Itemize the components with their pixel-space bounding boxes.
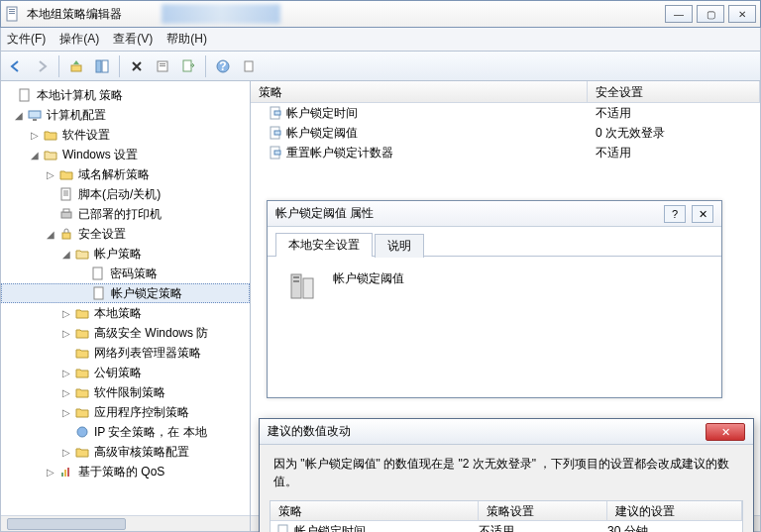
expander-icon[interactable]: ▷	[60, 447, 72, 458]
expander-icon[interactable]: ▷	[60, 308, 72, 319]
expander-icon[interactable]: ◢	[13, 110, 25, 121]
tree-netlist[interactable]: 网络列表管理器策略	[92, 345, 203, 362]
tree-winset[interactable]: Windows 设置	[60, 147, 140, 163]
security-icon	[58, 226, 74, 242]
tab-description[interactable]: 说明	[375, 234, 424, 258]
tree-security[interactable]: 安全设置	[76, 226, 128, 243]
col-setting[interactable]: 策略设置	[479, 501, 607, 520]
suggested-titlebar[interactable]: 建议的数值改动 ✕	[260, 419, 753, 445]
expander-icon[interactable]: ▷	[45, 169, 56, 180]
svg-rect-32	[274, 151, 280, 155]
folder-icon	[58, 166, 74, 182]
col-policy[interactable]: 策略	[271, 501, 479, 520]
folder-icon	[74, 345, 90, 361]
folder-icon	[43, 127, 58, 143]
app-icon	[5, 6, 21, 22]
tree-qos[interactable]: 基于策略的 QoS	[76, 464, 166, 480]
help-button[interactable]: ?	[212, 55, 234, 77]
suggested-list-header: 策略 策略设置 建议的设置	[271, 501, 742, 521]
refresh-button[interactable]	[238, 55, 260, 77]
svg-rect-18	[61, 212, 71, 218]
svg-rect-25	[64, 470, 66, 477]
expander-icon[interactable]: ▷	[60, 407, 72, 418]
tree-account[interactable]: 帐户策略	[92, 246, 144, 263]
tree-dns[interactable]: 域名解析策略	[76, 166, 152, 183]
tree-wfas[interactable]: 高级安全 Windows 防	[92, 325, 210, 342]
tree-softrest[interactable]: 软件限制策略	[92, 384, 167, 401]
close-button[interactable]: ✕	[706, 423, 745, 441]
svg-rect-5	[96, 60, 101, 72]
menu-action[interactable]: 操作(A)	[59, 31, 99, 48]
server-icon	[285, 270, 317, 302]
svg-rect-24	[61, 473, 63, 477]
tree-ipsec[interactable]: IP 安全策略，在 本地	[92, 424, 209, 441]
tree-soft[interactable]: 软件设置	[60, 127, 112, 144]
expander-icon[interactable]: ▷	[29, 130, 41, 141]
maximize-button[interactable]: ▢	[697, 5, 724, 23]
tree-lockout[interactable]: 帐户锁定策略	[109, 285, 184, 302]
svg-rect-21	[93, 267, 102, 279]
help-button[interactable]: ?	[664, 205, 686, 223]
policy-list[interactable]: 帐户锁定时间 不适用 帐户锁定阈值 0 次无效登录 重置帐户锁定计数器 不适用	[251, 103, 760, 162]
list-row[interactable]: 帐户锁定阈值 0 次无效登录	[251, 123, 760, 143]
tree-printer[interactable]: 已部署的打印机	[76, 206, 163, 223]
window-title: 本地组策略编辑器	[27, 6, 122, 23]
folder-icon	[74, 404, 90, 420]
tree-script[interactable]: 脚本(启动/关机)	[76, 186, 163, 203]
tree-password[interactable]: 密码策略	[108, 266, 160, 282]
client-area: 本地计算机 策略 ◢计算机配置 ▷软件设置 ◢Windows 设置 ▷域名解析策…	[0, 81, 761, 532]
up-button[interactable]	[65, 55, 87, 77]
tree-audit[interactable]: 高级审核策略配置	[92, 444, 191, 461]
tree-root[interactable]: 本地计算机 策略	[35, 87, 125, 104]
properties-titlebar[interactable]: 帐户锁定阈值 属性 ? ✕	[268, 201, 721, 227]
policy-item-icon	[269, 106, 282, 120]
minimize-button[interactable]: —	[665, 5, 693, 23]
properties-dialog: 帐户锁定阈值 属性 ? ✕ 本地安全设置 说明 帐户锁定阈值	[267, 200, 722, 398]
svg-rect-1	[9, 9, 15, 10]
show-hide-tree-button[interactable]	[91, 55, 113, 77]
tree-hscroll[interactable]	[1, 515, 250, 531]
expander-icon[interactable]: ◢	[29, 150, 41, 160]
tree-appctrl[interactable]: 应用程序控制策略	[92, 404, 191, 421]
col-policy[interactable]: 策略	[251, 81, 588, 102]
close-button[interactable]: ✕	[728, 5, 756, 23]
back-button[interactable]	[5, 55, 27, 77]
tree-pubkey[interactable]: 公钥策略	[92, 365, 144, 381]
list-row[interactable]: 重置帐户锁定计数器 不适用	[251, 143, 760, 162]
menu-help[interactable]: 帮助(H)	[166, 31, 207, 48]
svg-text:?: ?	[219, 59, 226, 73]
menu-file[interactable]: 文件(F)	[7, 31, 46, 48]
expander-icon[interactable]: ▷	[60, 387, 72, 398]
suggested-list[interactable]: 策略 策略设置 建议的设置 帐户锁定时间 不适用 30 分钟 重置帐户锁定计数器…	[270, 500, 743, 532]
properties-button[interactable]	[152, 55, 173, 77]
expander-icon[interactable]: ▷	[60, 328, 72, 339]
tab-local-security[interactable]: 本地安全设置	[275, 233, 373, 257]
menubar: 文件(F) 操作(A) 查看(V) 帮助(H)	[0, 28, 761, 52]
titlebar: 本地组策略编辑器 — ▢ ✕	[0, 0, 761, 28]
folder-icon	[74, 325, 90, 341]
forward-button[interactable]	[31, 55, 53, 77]
svg-rect-19	[63, 209, 69, 212]
expander-icon[interactable]: ◢	[60, 249, 72, 260]
expander-icon[interactable]: ◢	[45, 229, 56, 240]
expander-icon[interactable]: ▷	[45, 467, 56, 478]
suggested-values-dialog: 建议的数值改动 ✕ 因为 "帐户锁定阈值" 的数值现在是 "2 次无效登录" ，…	[259, 418, 754, 532]
suggested-title: 建议的数值改动	[268, 423, 706, 440]
suggested-row[interactable]: 帐户锁定时间 不适用 30 分钟	[271, 521, 742, 532]
printer-icon	[58, 206, 74, 222]
col-setting[interactable]: 安全设置	[588, 81, 760, 102]
svg-rect-16	[33, 119, 37, 121]
expander-icon[interactable]: ▷	[60, 368, 72, 378]
ipsec-icon	[74, 424, 90, 440]
delete-button[interactable]	[126, 55, 148, 77]
export-button[interactable]	[177, 55, 199, 77]
col-suggest[interactable]: 建议的设置	[607, 501, 742, 520]
tree-view[interactable]: 本地计算机 策略 ◢计算机配置 ▷软件设置 ◢Windows 设置 ▷域名解析策…	[1, 81, 251, 531]
tree-local[interactable]: 本地策略	[92, 305, 144, 322]
svg-rect-3	[9, 13, 15, 14]
close-button[interactable]: ✕	[692, 205, 713, 223]
list-row[interactable]: 帐户锁定时间 不适用	[251, 103, 760, 123]
menu-view[interactable]: 查看(V)	[113, 31, 153, 48]
tree-computer[interactable]: 计算机配置	[45, 107, 108, 124]
svg-rect-6	[102, 60, 108, 72]
